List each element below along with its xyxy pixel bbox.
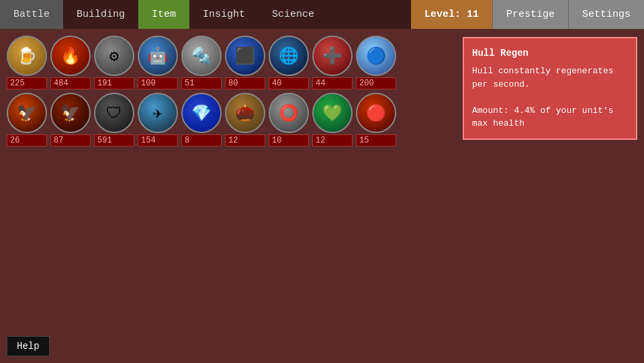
icon-glyph: 🦅	[52, 94, 89, 132]
icon-glyph: 🌐	[270, 37, 308, 75]
item-count: 191	[94, 77, 134, 89]
item-grid: 🍺225🔥484⚙191🤖100🔩51⬛80🌐40➕44🔵200🦅26🦅87🛡5…	[7, 36, 396, 147]
item-row-0: 🍺225🔥484⚙191🤖100🔩51⬛80🌐40➕44🔵200	[7, 36, 396, 89]
tooltip-body-line1: Hull constantly regenerates per second.	[472, 65, 628, 91]
item-icon-medkit: ➕	[312, 36, 353, 76]
item-count: 484	[50, 77, 91, 89]
item-icon-blue-mech: 🤖	[138, 36, 178, 76]
tab-science[interactable]: Science	[259, 0, 328, 29]
item-icon-wing-dark: 🦅	[50, 93, 91, 133]
item-row-1: 🦅26🦅87🛡591✈154💎8🌰12⭕10💚12🔴15	[7, 93, 396, 147]
item-count: 225	[7, 77, 47, 89]
item-cell[interactable]: 🤖100	[138, 36, 178, 89]
item-cell[interactable]: 🌐40	[269, 36, 309, 89]
item-cell[interactable]: 💚12	[312, 93, 353, 147]
item-count: 10	[269, 134, 309, 147]
item-cell[interactable]: 🌰12	[225, 93, 265, 147]
item-icon-gem-green: 💚	[312, 93, 353, 133]
item-count: 8	[181, 134, 222, 147]
icon-glyph: 🍺	[8, 37, 46, 75]
item-icon-silver-cyl: 🔩	[181, 36, 222, 76]
item-icon-ring-gray: ⭕	[269, 93, 309, 133]
icon-glyph: 🔴	[357, 94, 395, 132]
item-cell[interactable]: 🦅87	[50, 93, 91, 147]
item-count: 100	[138, 77, 178, 89]
navbar: Battle Building Item Insight Science Lev…	[0, 0, 644, 29]
item-cell[interactable]: 🔴15	[356, 93, 396, 147]
item-count: 154	[138, 134, 178, 147]
tab-building[interactable]: Building	[63, 0, 138, 29]
nav-right-group: Prestige Settings	[492, 0, 644, 29]
item-icon-blue-orb: 🔵	[356, 36, 396, 76]
item-count: 200	[356, 77, 396, 89]
help-button[interactable]: Help	[7, 336, 50, 356]
item-count: 40	[269, 77, 309, 89]
item-icon-gem-blue: 💎	[181, 93, 222, 133]
icon-glyph: 🛡	[95, 94, 133, 132]
settings-button[interactable]: Settings	[568, 0, 644, 29]
item-count: 26	[7, 134, 47, 147]
icon-glyph: ⬛	[226, 37, 264, 75]
icon-glyph: ⭕	[270, 94, 308, 132]
item-icon-ship-blue: ✈	[138, 93, 178, 133]
icon-glyph: 🔩	[183, 37, 220, 75]
icon-glyph: ➕	[314, 37, 351, 75]
icon-glyph: 💚	[314, 94, 351, 132]
item-icon-orb-red: 🔴	[356, 93, 396, 133]
item-count: 44	[312, 77, 353, 89]
item-cell[interactable]: 🔥484	[50, 36, 91, 89]
item-icon-fire-red: 🔥	[50, 36, 91, 76]
item-icon-beer: 🍺	[7, 36, 47, 76]
icon-glyph: 🔥	[52, 37, 89, 75]
item-cell[interactable]: ⬛80	[225, 36, 265, 89]
tooltip-panel: Hull Regen Hull constantly regenerates p…	[463, 37, 637, 140]
tab-item[interactable]: Item	[138, 0, 189, 29]
icon-glyph: 💎	[183, 94, 220, 132]
icon-glyph: 🤖	[139, 37, 177, 75]
tooltip-body-line3: Amount: 4.4% of your unit's max health	[472, 104, 628, 130]
item-cell[interactable]: 🔩51	[181, 36, 222, 89]
item-icon-wing-red: 🦅	[7, 93, 47, 133]
item-count: 12	[312, 134, 353, 147]
item-count: 51	[181, 77, 222, 89]
icon-glyph: ⚙	[95, 37, 133, 75]
item-count: 591	[94, 134, 134, 147]
tooltip-title: Hull Regen	[472, 46, 628, 61]
item-cell[interactable]: ⭕10	[269, 93, 309, 147]
item-cell[interactable]: 🦅26	[7, 93, 47, 147]
item-cell[interactable]: 🔵200	[356, 36, 396, 89]
prestige-button[interactable]: Prestige	[492, 0, 568, 29]
icon-glyph: 🔵	[357, 37, 395, 75]
item-count: 12	[225, 134, 265, 147]
icon-glyph: ✈	[139, 94, 177, 132]
item-icon-shield-dark: 🛡	[94, 93, 134, 133]
item-cell[interactable]: ✈154	[138, 93, 178, 147]
item-icon-blue-cyl: ⬛	[225, 36, 265, 76]
item-count: 80	[225, 77, 265, 89]
item-icon-sphere-brown: 🌰	[225, 93, 265, 133]
item-cell[interactable]: 🍺225	[7, 36, 47, 89]
item-cell[interactable]: ⚙191	[94, 36, 134, 89]
item-icon-gray-mech: ⚙	[94, 36, 134, 76]
tab-insight[interactable]: Insight	[189, 0, 259, 29]
level-display: Level: 11	[411, 0, 492, 29]
item-cell[interactable]: 💎8	[181, 93, 222, 147]
icon-glyph: 🌰	[226, 94, 264, 132]
item-cell[interactable]: 🛡591	[94, 93, 134, 147]
item-cell[interactable]: ➕44	[312, 36, 353, 89]
item-count: 87	[50, 134, 91, 147]
item-icon-blue-globe: 🌐	[269, 36, 309, 76]
item-count: 15	[356, 134, 396, 147]
tab-battle[interactable]: Battle	[0, 0, 63, 29]
icon-glyph: 🦅	[8, 94, 46, 132]
